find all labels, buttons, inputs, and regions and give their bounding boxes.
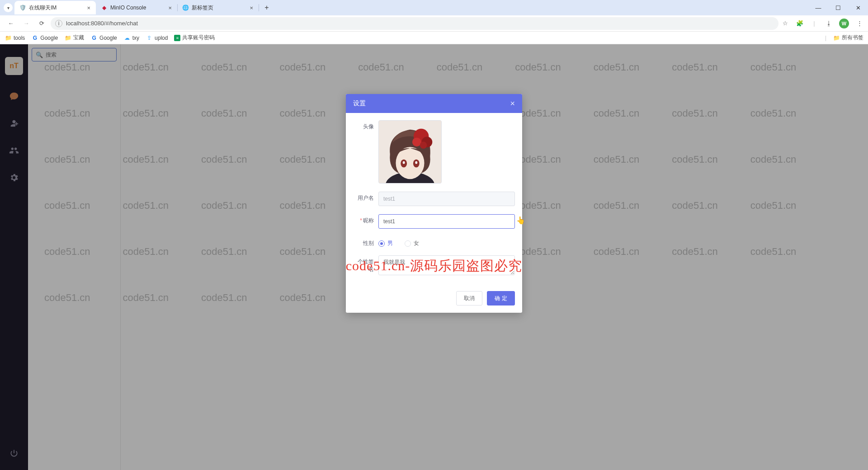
modal-mask[interactable]: 设置 × 头像 xyxy=(0,44,868,470)
nickname-label: *昵称 xyxy=(353,214,378,225)
google-icon: G xyxy=(31,34,38,42)
svg-point-4 xyxy=(403,161,405,164)
tab-im[interactable]: 🛡️ 在线聊天IM × xyxy=(14,1,96,14)
download-icon[interactable]: ⭳ xyxy=(825,19,833,28)
tab-minio[interactable]: ◆ MinIO Console × xyxy=(96,1,177,14)
upload-icon: ⇪ xyxy=(146,34,153,42)
cancel-button[interactable]: 取消 xyxy=(456,291,482,306)
close-icon[interactable]: × xyxy=(86,5,91,11)
username-label: 用户名 xyxy=(353,192,378,202)
svg-point-2 xyxy=(396,147,424,179)
menu-icon[interactable]: ⋮ xyxy=(855,19,863,28)
radio-dot-icon xyxy=(405,240,411,247)
avatar-label: 头像 xyxy=(353,120,378,131)
bookmark-google2[interactable]: GGoogle xyxy=(90,34,117,42)
cloud-icon: ☁ xyxy=(123,34,131,42)
favicon-minio: ◆ xyxy=(100,4,108,11)
tab-title: MinIO Console xyxy=(110,5,165,11)
bookmark-google[interactable]: GGoogle xyxy=(31,34,58,42)
tab-title: 新标签页 xyxy=(192,4,246,12)
avatar-image xyxy=(379,121,441,183)
ok-button[interactable]: 确定 xyxy=(487,291,515,306)
folder-icon: 📁 xyxy=(64,34,71,42)
reload-button[interactable]: ⟳ xyxy=(35,17,48,30)
maximize-button[interactable]: ☐ xyxy=(828,0,848,15)
extensions-icon[interactable]: 🧩 xyxy=(796,19,804,28)
svg-point-10 xyxy=(420,141,427,149)
gender-radio-male[interactable]: 男 xyxy=(378,240,393,247)
bookmark-bar: 📁tools GGoogle 📁宝藏 GGoogle ☁txy ⇪uplod ≡… xyxy=(0,32,868,44)
close-icon[interactable]: × xyxy=(167,5,173,11)
signature-textarea[interactable] xyxy=(378,255,515,275)
modal-header: 设置 × xyxy=(346,94,522,113)
tab-bar: ▾ 🛡️ 在线聊天IM × ◆ MinIO Console × 🌐 新标签页 ×… xyxy=(0,0,868,15)
omnibox[interactable]: i localhost:8080/#/home/chat xyxy=(51,17,778,30)
username-input xyxy=(378,192,515,206)
minimize-button[interactable]: — xyxy=(808,0,828,15)
all-bookmarks[interactable]: 📁所有书签 xyxy=(833,34,863,42)
gender-radio-female[interactable]: 女 xyxy=(405,240,419,247)
window-controls: — ☐ ✕ xyxy=(808,0,868,15)
tab-dropdown[interactable]: ▾ xyxy=(4,3,13,12)
favicon-globe: 🌐 xyxy=(182,4,189,11)
google-icon: G xyxy=(90,34,98,42)
address-bar: ← → ⟳ i localhost:8080/#/home/chat ☆ 🧩 |… xyxy=(0,15,868,32)
favicon-im: 🛡️ xyxy=(19,4,26,11)
bookmark-treasure[interactable]: 📁宝藏 xyxy=(64,34,84,42)
divider: | xyxy=(810,19,818,28)
gender-label: 性别 xyxy=(353,237,378,247)
browser-chrome: ▾ 🛡️ 在线聊天IM × ◆ MinIO Console × 🌐 新标签页 ×… xyxy=(0,0,868,44)
settings-modal: 设置 × 头像 xyxy=(346,94,522,313)
close-icon[interactable]: × xyxy=(510,99,515,108)
new-tab-button[interactable]: + xyxy=(260,1,273,14)
folder-icon: 📁 xyxy=(833,34,840,42)
close-window-button[interactable]: ✕ xyxy=(848,0,868,15)
tab-new[interactable]: 🌐 新标签页 × xyxy=(177,1,259,14)
modal-title: 设置 xyxy=(353,99,510,108)
site-info-icon[interactable]: i xyxy=(55,20,62,27)
profile-avatar[interactable]: W xyxy=(839,19,849,28)
bookmark-txy[interactable]: ☁txy xyxy=(123,34,139,42)
bookmark-share[interactable]: ≡共享账号密码 xyxy=(174,34,215,42)
bookmark-tools[interactable]: 📁tools xyxy=(5,34,25,42)
folder-icon: 📁 xyxy=(5,34,12,42)
signature-label: 个性签名 xyxy=(353,255,378,273)
tab-title: 在线聊天IM xyxy=(29,4,83,12)
svg-point-6 xyxy=(415,161,417,164)
app-root: nT 🔍 code51.cncode51.cncode51.cncode51.c… xyxy=(0,44,868,470)
close-icon[interactable]: × xyxy=(249,5,254,11)
back-button[interactable]: ← xyxy=(5,17,17,30)
forward-button[interactable]: → xyxy=(20,17,33,30)
url-text: localhost:8080/#/home/chat xyxy=(66,20,138,27)
bookmark-upload[interactable]: ⇪uplod xyxy=(146,34,168,42)
sheet-icon: ≡ xyxy=(174,35,180,41)
radio-dot-icon xyxy=(378,240,385,247)
star-icon[interactable]: ☆ xyxy=(781,19,789,28)
avatar-upload[interactable] xyxy=(378,120,442,183)
nickname-input[interactable] xyxy=(378,214,515,229)
